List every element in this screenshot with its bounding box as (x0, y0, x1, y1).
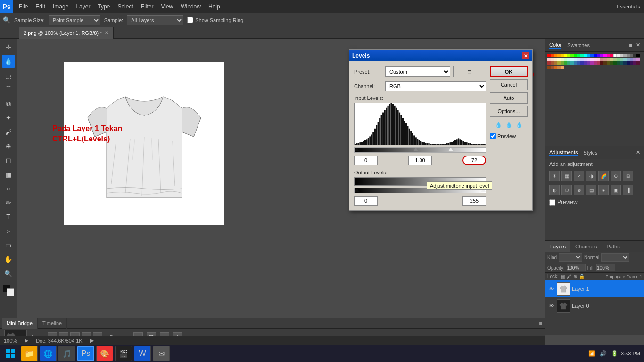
brightness-adj[interactable]: ☀ (549, 171, 560, 181)
tab-close-icon[interactable]: ✕ (105, 30, 108, 35)
menu-layer[interactable]: Layer (72, 1, 94, 12)
crop-tool[interactable]: ⧉ (2, 97, 15, 110)
exposure-adj[interactable]: ◑ (586, 171, 596, 181)
invert-adj[interactable]: ◈ (598, 185, 609, 195)
layer-1-eye[interactable]: 👁 (547, 285, 555, 293)
posterize-adj[interactable]: ▣ (611, 185, 621, 195)
cancel-button[interactable]: Cancel (490, 79, 528, 90)
adj-panel-menu[interactable]: ≡ (629, 150, 632, 156)
output-shadow-input[interactable]: 0 (354, 196, 378, 206)
curves-adj[interactable]: ↗ (574, 171, 584, 181)
eyedropper-tool[interactable]: 💧 (2, 55, 15, 68)
hand-tool[interactable]: ✋ (2, 253, 15, 266)
taskbar-windows-media[interactable]: 🎬 (115, 346, 132, 361)
canvas-tab[interactable]: 2.png @ 100% (Layer 1, RGB/8) * ✕ (19, 27, 114, 39)
vibrance-adj[interactable]: 🌈 (598, 171, 609, 181)
path-tool[interactable]: ▹ (2, 224, 15, 238)
start-button[interactable] (2, 345, 19, 362)
taskbar-paint[interactable]: 🎨 (96, 346, 113, 361)
type-tool[interactable]: T (2, 210, 15, 223)
fill-input[interactable] (596, 264, 615, 272)
lock-position-icon[interactable]: ⊕ (573, 274, 577, 279)
photo-adj[interactable]: ⬡ (561, 185, 572, 195)
lasso-tool[interactable]: ⌒ (2, 83, 15, 96)
panel-menu-icon[interactable]: ≡ (629, 42, 632, 48)
channel-select[interactable]: RGB Red Green Blue (385, 81, 486, 91)
swatches-tab[interactable]: Swatches (567, 42, 590, 48)
taskbar-file-explorer[interactable]: 📁 (21, 346, 38, 361)
preset-select[interactable]: Custom Default Darker (385, 66, 450, 77)
foreground-bg-color[interactable] (2, 284, 15, 297)
midtone-slider[interactable] (413, 148, 418, 151)
shadow-input[interactable] (354, 156, 378, 165)
hue-adj[interactable]: ⊙ (611, 171, 621, 181)
preset-menu-btn[interactable]: ≡ (453, 66, 486, 77)
brush-tool[interactable]: 🖌 (2, 125, 15, 139)
adjustments-tab[interactable]: Adjustments (549, 149, 578, 156)
white-eyedropper[interactable]: 💧 (515, 121, 523, 129)
preview-checkbox[interactable] (549, 199, 555, 206)
taskbar-word[interactable]: W (134, 346, 151, 361)
taskbar-sound-icon[interactable]: 🔊 (598, 349, 608, 358)
color-lookup-adj[interactable]: ▤ (586, 185, 596, 195)
taskbar-mail[interactable]: ✉ (153, 346, 170, 361)
lock-transparent-icon[interactable]: ▦ (561, 274, 565, 279)
paths-tab[interactable]: Paths (602, 241, 625, 252)
taskbar-battery-icon[interactable]: 🔋 (610, 349, 619, 358)
status-more-btn[interactable]: ▶ (90, 337, 94, 344)
midtone-input[interactable] (408, 156, 432, 165)
menu-select[interactable]: Select (114, 1, 137, 12)
styles-tab[interactable]: Styles (584, 150, 598, 156)
colorbalance-adj[interactable]: ⊞ (623, 171, 633, 181)
menu-help[interactable]: Help (205, 1, 224, 12)
pen-tool[interactable]: ✏ (2, 196, 15, 209)
adj-panel-close[interactable]: ✕ (636, 149, 640, 156)
layer-kind-select[interactable] (559, 253, 582, 262)
opacity-input[interactable] (567, 264, 586, 272)
layer-0-eye[interactable]: 👁 (547, 302, 555, 310)
mini-bridge-tab[interactable]: Mini Bridge (2, 318, 38, 329)
color-tab[interactable]: Color (549, 42, 561, 49)
blend-mode-select[interactable] (601, 253, 629, 262)
gradient-tool[interactable]: ▦ (2, 168, 15, 181)
levels-adj[interactable]: ▦ (561, 171, 572, 181)
taskbar-photoshop[interactable]: Ps (77, 346, 94, 361)
marquee-tool[interactable]: ⬚ (2, 69, 15, 82)
threshold-adj[interactable]: ▐ (623, 185, 633, 195)
highlight-input[interactable] (462, 156, 486, 165)
timeline-tab[interactable]: Timeline (38, 318, 67, 329)
output-highlight-slider[interactable] (481, 188, 486, 192)
menu-edit[interactable]: Edit (32, 1, 49, 12)
clone-tool[interactable]: ⊕ (2, 140, 15, 153)
output-shadow-slider[interactable] (355, 188, 359, 192)
move-tool[interactable]: ✛ (2, 41, 15, 54)
dialog-close-button[interactable]: ✕ (522, 52, 529, 59)
lock-all-icon[interactable]: 🔒 (579, 274, 585, 279)
eyedropper-icon[interactable]: 🔍 (3, 16, 10, 24)
menu-view[interactable]: View (157, 1, 177, 12)
panel-close-icon[interactable]: ✕ (636, 42, 640, 48)
ok-button[interactable]: OK (490, 66, 528, 77)
gray-eyedropper[interactable]: 💧 (504, 121, 513, 129)
sample-size-select[interactable]: Point Sample 3 by 3 Average (49, 15, 100, 25)
layer-row-1[interactable]: 👁 Layer 1 (545, 280, 644, 297)
bottom-panel-expand[interactable]: ≡ (537, 321, 545, 326)
bw-adj[interactable]: ◐ (549, 185, 560, 195)
output-highlight-input[interactable]: 255 (462, 196, 486, 206)
options-button[interactable]: Options... (490, 106, 528, 117)
layer-row-0[interactable]: 👁 Layer 0 (545, 297, 644, 314)
spot-heal-tool[interactable]: ✦ (2, 111, 15, 124)
sample-select[interactable]: All Layers Current Layer (127, 15, 183, 25)
taskbar-ie[interactable]: 🌐 (40, 346, 57, 361)
eraser-tool[interactable]: ◻ (2, 154, 15, 167)
menu-file[interactable]: File (15, 1, 32, 12)
channel-mix-adj[interactable]: ⊗ (574, 185, 584, 195)
layers-tab[interactable]: Layers (545, 241, 570, 252)
shape-tool[interactable]: ▭ (2, 239, 15, 252)
burn-tool[interactable]: ○ (2, 182, 15, 195)
dialog-preview-checkbox[interactable] (490, 133, 496, 139)
zoom-tool[interactable]: 🔍 (2, 267, 15, 280)
highlight-slider[interactable] (448, 148, 453, 151)
shadow-slider[interactable] (355, 148, 359, 151)
auto-button[interactable]: Auto (490, 92, 528, 104)
